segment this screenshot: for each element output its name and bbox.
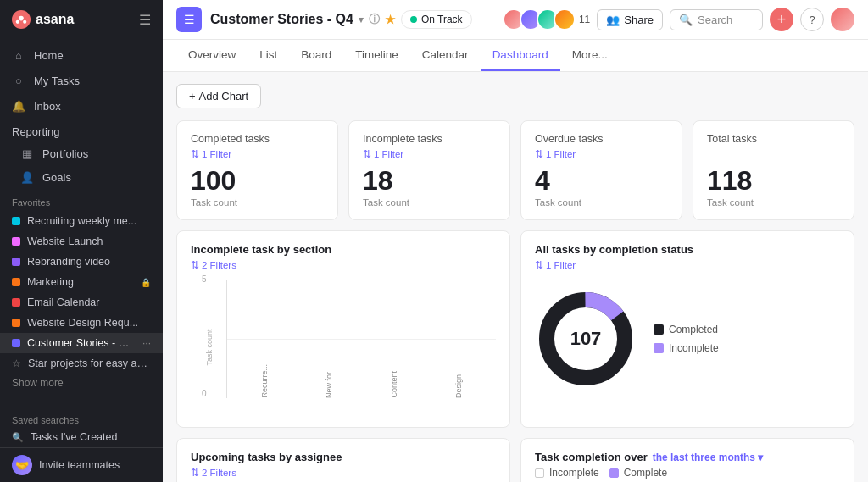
nav-tabs: Overview List Board Timeline Calendar Da… <box>163 40 868 72</box>
info-icon[interactable]: ⓘ <box>369 12 380 27</box>
tab-board[interactable]: Board <box>289 40 343 71</box>
sidebar-nav: ⌂ Home ○ My Tasks 🔔 Inbox <box>0 39 163 122</box>
search-bar[interactable]: 🔍 Search <box>670 9 763 30</box>
share-label: Share <box>624 14 654 26</box>
fav-dot <box>12 278 20 286</box>
asana-logo-text: asana <box>36 12 74 27</box>
avatar-4 <box>554 8 576 30</box>
stats-row: Completed tasks ⇅ 1 Filter 100 Task coun… <box>176 120 854 220</box>
tab-dashboard[interactable]: Dashboard <box>481 40 560 71</box>
stat-value-incomplete: 18 <box>363 167 496 194</box>
donut-chart-filter[interactable]: ⇅ 1 Filter <box>535 259 840 271</box>
tab-more[interactable]: More... <box>560 40 620 71</box>
stat-filter-incomplete[interactable]: ⇅ 1 Filter <box>363 148 496 160</box>
stat-title-completed: Completed tasks <box>191 133 324 145</box>
fav-item-customer-stories[interactable]: Customer Stories - Q4 ··· <box>0 333 163 353</box>
bell-icon: 🔔 <box>12 99 25 113</box>
tab-calendar[interactable]: Calendar <box>410 40 481 71</box>
star-projects-item[interactable]: ☆ Star projects for easy access <box>0 353 163 374</box>
tab-list[interactable]: List <box>248 40 289 71</box>
favorites-section-label: Favorites <box>0 189 163 211</box>
star-icon: ☆ <box>12 357 21 369</box>
status-dot <box>410 16 417 23</box>
ellipsis-icon[interactable]: ··· <box>142 337 151 349</box>
donut-container: 107 Completed Incomplete <box>535 280 840 398</box>
assignee-filter[interactable]: ⇅ 2 Filters <box>191 467 496 479</box>
show-more[interactable]: Show more <box>0 374 163 396</box>
legend-complete-label: Complete <box>624 467 667 479</box>
sidebar-item-my-tasks[interactable]: ○ My Tasks <box>0 68 163 93</box>
legend-dot-incomplete <box>654 343 664 353</box>
legend-completed: Completed <box>654 324 719 335</box>
fav-dot <box>12 319 20 327</box>
add-chart-plus-icon: + <box>189 90 196 102</box>
fav-dot <box>12 298 20 307</box>
donut-chart-card: All tasks by completion status ⇅ 1 Filte… <box>520 230 854 428</box>
bar-chart-filter[interactable]: ⇅ 2 Filters <box>191 259 496 271</box>
legend-complete-item: Complete <box>609 467 667 479</box>
completion-period[interactable]: the last three months ▾ <box>653 452 764 463</box>
legend-square-incomplete <box>535 468 544 478</box>
fav-item-website-launch[interactable]: Website Launch <box>0 231 163 252</box>
stat-filter-overdue[interactable]: ⇅ 1 Filter <box>535 148 668 160</box>
tab-timeline[interactable]: Timeline <box>343 40 410 71</box>
add-chart-button[interactable]: + Add Chart <box>176 84 261 108</box>
bar-label-3: Content <box>390 371 398 398</box>
charts-row: Incomplete task by section ⇅ 2 Filters T… <box>176 230 854 428</box>
fav-label: Rebranding video <box>27 256 151 268</box>
fav-item-email-calendar[interactable]: Email Calendar <box>0 292 163 313</box>
person-icon: 👤 <box>20 170 34 184</box>
help-button[interactable]: ? <box>800 8 824 31</box>
filter-label: 2 Filters <box>202 260 236 270</box>
y-axis-title: Task count <box>205 329 214 365</box>
stat-filter-total-spacer <box>707 148 840 167</box>
sidebar-reporting-section: Reporting <box>0 122 163 141</box>
sidebar-item-home[interactable]: ⌂ Home <box>0 42 163 68</box>
home-icon: ⌂ <box>12 48 25 62</box>
legend-label-completed: Completed <box>669 324 718 335</box>
invite-teammates[interactable]: 🤝 Invite teammates <box>0 447 163 482</box>
bar-group-3: Content <box>370 366 418 398</box>
sidebar-inbox-label: Inbox <box>34 100 61 113</box>
bar-group-4: Design <box>435 369 482 398</box>
bottom-row: Upcoming tasks by assignee ⇅ 2 Filters T… <box>176 438 854 482</box>
fav-item-marketing[interactable]: Marketing 🔒 <box>0 272 163 292</box>
status-badge[interactable]: On Track <box>401 10 472 29</box>
assignee-filter-label: 2 Filters <box>202 468 236 478</box>
tab-overview[interactable]: Overview <box>176 40 248 71</box>
fav-dot <box>12 258 20 266</box>
fav-item-rebranding[interactable]: Rebranding video <box>0 252 163 272</box>
bar-label-2: New for... <box>325 366 333 398</box>
fav-label: Recruiting weekly me... <box>27 215 151 227</box>
star-filled-icon[interactable]: ★ <box>385 13 396 26</box>
chevron-period-icon: ▾ <box>758 452 763 463</box>
project-icon: ☰ <box>176 7 202 32</box>
sidebar-item-goals[interactable]: 👤 Goals <box>0 165 163 189</box>
user-avatar[interactable] <box>831 8 854 31</box>
sidebar-my-tasks-label: My Tasks <box>34 75 80 87</box>
stat-card-overdue: Overdue tasks ⇅ 1 Filter 4 Task count <box>520 120 682 220</box>
filter-icon: ⇅ <box>191 467 199 479</box>
search-icon-small: 🔍 <box>12 432 24 443</box>
sidebar-item-portfolios[interactable]: ▦ Portfolios <box>0 141 163 165</box>
add-button[interactable]: + <box>770 8 793 31</box>
legend-incomplete: Incomplete <box>654 342 719 354</box>
stat-card-completed: Completed tasks ⇅ 1 Filter 100 Task coun… <box>176 120 338 220</box>
chevron-down-icon[interactable]: ▾ <box>359 14 364 25</box>
legend-square-complete <box>609 468 619 478</box>
fav-item-recruiting[interactable]: Recruiting weekly me... <box>0 211 163 231</box>
filter-label: 1 Filter <box>546 149 576 159</box>
stat-filter-completed[interactable]: ⇅ 1 Filter <box>191 148 324 160</box>
hamburger-icon[interactable]: ☰ <box>139 12 151 28</box>
sidebar-item-inbox[interactable]: 🔔 Inbox <box>0 93 163 119</box>
stat-value-completed: 100 <box>191 167 324 194</box>
saved-search-tasks-created[interactable]: 🔍 Tasks I've Created <box>0 427 163 447</box>
share-button[interactable]: 👥 Share <box>597 9 663 30</box>
assignee-chart-title: Upcoming tasks by assignee <box>191 451 496 463</box>
stat-title-overdue: Overdue tasks <box>535 133 668 145</box>
donut-chart-title: All tasks by completion status <box>535 243 840 256</box>
period-label-text: the last three months <box>653 452 755 463</box>
fav-item-website-design[interactable]: Website Design Requ... <box>0 313 163 333</box>
donut-svg-container: 107 <box>535 288 637 390</box>
legend-dot-completed <box>654 324 664 335</box>
